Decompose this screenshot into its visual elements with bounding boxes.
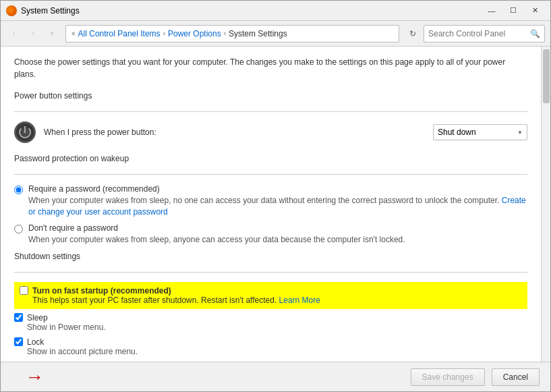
- title-bar: System Settings — ☐ ✕: [1, 1, 550, 21]
- nav-bar: ‹ › ↑ « All Control Panel Items › Power …: [1, 21, 550, 47]
- breadcrumb-current: System Settings: [229, 29, 287, 38]
- window-controls: — ☐ ✕: [482, 4, 545, 18]
- shutdown-section: Shutdown settings Turn on fast startup (…: [14, 252, 527, 358]
- window-title: System Settings: [21, 6, 482, 16]
- refresh-button[interactable]: ↻: [405, 26, 421, 42]
- power-action-dropdown[interactable]: Shut down ▼: [433, 124, 527, 140]
- require-password-label: Require a password (recommended): [28, 184, 527, 194]
- power-button-section: Power button settings When I press the p…: [14, 91, 527, 143]
- search-input[interactable]: [428, 29, 530, 38]
- lock-desc: Show in account picture menu.: [27, 347, 527, 356]
- learn-more-link[interactable]: Learn More: [279, 296, 320, 305]
- sleep-content: Sleep Show in Power menu.: [27, 313, 527, 332]
- lock-row: Lock Show in account picture menu.: [14, 336, 527, 358]
- dropdown-selected-value: Shut down: [438, 128, 476, 137]
- sleep-checkbox[interactable]: [14, 313, 23, 322]
- forward-button[interactable]: ›: [25, 26, 41, 42]
- fast-startup-row: Turn on fast startup (recommended) This …: [14, 282, 527, 309]
- require-password-radio[interactable]: [14, 186, 23, 194]
- search-icon[interactable]: 🔍: [530, 29, 540, 38]
- save-changes-button[interactable]: Save changes: [411, 368, 485, 386]
- power-icon: [14, 121, 36, 143]
- search-box[interactable]: 🔍: [424, 25, 545, 43]
- no-password-option: Don't require a password When your compu…: [14, 223, 527, 246]
- main-area: Choose the power settings that you want …: [1, 47, 550, 362]
- description-text: Choose the power settings that you want …: [14, 56, 527, 80]
- no-password-desc: When your computer wakes from sleep, any…: [28, 234, 527, 246]
- no-password-content: Don't require a password When your compu…: [28, 223, 527, 246]
- app-icon: [6, 5, 17, 16]
- up-button[interactable]: ↑: [44, 26, 60, 42]
- lock-label: Lock: [27, 337, 527, 347]
- breadcrumb-control-panel[interactable]: All Control Panel Items: [78, 29, 161, 38]
- power-button-header: Power button settings: [14, 91, 527, 102]
- power-button-label: When I press the power button:: [44, 128, 425, 137]
- section-divider-power: [14, 111, 527, 112]
- breadcrumb-sep2: ›: [224, 30, 226, 37]
- back-button[interactable]: ‹: [6, 26, 22, 42]
- sleep-label: Sleep: [27, 313, 527, 323]
- require-password-option: Require a password (recommended) When yo…: [14, 184, 527, 218]
- minimize-button[interactable]: —: [482, 4, 502, 18]
- no-password-radio[interactable]: [14, 225, 23, 233]
- fast-startup-content: Turn on fast startup (recommended) This …: [32, 286, 522, 305]
- breadcrumb-power-options[interactable]: Power Options: [168, 29, 221, 38]
- breadcrumb-sep1: ›: [163, 30, 165, 37]
- footer: → Save changes Cancel: [1, 362, 550, 391]
- scrollbar-track[interactable]: [541, 47, 550, 362]
- section-divider-password: [14, 174, 527, 175]
- no-password-label: Don't require a password: [28, 223, 527, 233]
- content-panel: Choose the power settings that you want …: [1, 47, 541, 362]
- password-section-header: Password protection on wakeup: [14, 154, 527, 165]
- require-password-content: Require a password (recommended) When yo…: [28, 184, 527, 218]
- maximize-button[interactable]: ☐: [503, 4, 523, 18]
- address-bar: « All Control Panel Items › Power Option…: [65, 25, 399, 43]
- sleep-desc: Show in Power menu.: [27, 323, 527, 332]
- power-button-row: When I press the power button: Shut down…: [14, 121, 527, 143]
- lock-checkbox[interactable]: [14, 337, 23, 346]
- fast-startup-desc: This helps start your PC faster after sh…: [32, 296, 522, 305]
- sleep-row: Sleep Show in Power menu.: [14, 312, 527, 333]
- password-section: Password protection on wakeup Require a …: [14, 154, 527, 245]
- fast-startup-label: Turn on fast startup (recommended): [32, 286, 522, 296]
- dropdown-arrow-icon: ▼: [517, 130, 523, 136]
- arrow-container: →: [11, 366, 404, 388]
- red-arrow-icon: →: [25, 366, 44, 388]
- close-button[interactable]: ✕: [525, 4, 545, 18]
- shutdown-section-header: Shutdown settings: [14, 252, 527, 262]
- fast-startup-checkbox[interactable]: [20, 286, 28, 295]
- password-radio-group: Require a password (recommended) When yo…: [14, 184, 527, 245]
- scrollbar-thumb[interactable]: [543, 49, 550, 103]
- cancel-button[interactable]: Cancel: [492, 368, 540, 386]
- require-password-desc: When your computer wakes from sleep, no …: [28, 195, 527, 218]
- section-divider-shutdown: [14, 272, 527, 273]
- lock-content: Lock Show in account picture menu.: [27, 337, 527, 356]
- breadcrumb-chevron: «: [71, 30, 76, 37]
